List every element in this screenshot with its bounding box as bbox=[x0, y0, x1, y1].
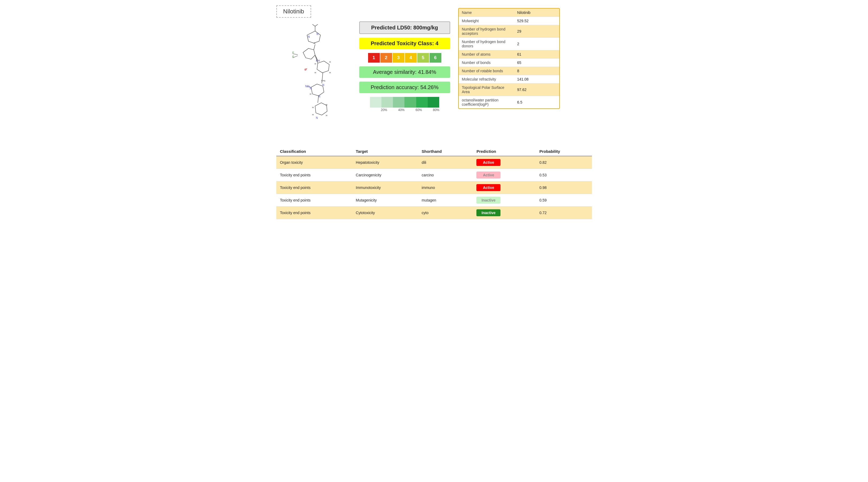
cell-probability: 0.59 bbox=[535, 194, 592, 207]
table-row: Toxicity end pointsCytotoxicitycytoInact… bbox=[276, 207, 592, 219]
tox-class-5: 5 bbox=[417, 53, 429, 63]
prop-label: Number of hydrogen bond acceptors bbox=[459, 25, 514, 38]
prop-label: Molweight bbox=[459, 17, 514, 25]
top-section: Nilotinib N N H bbox=[276, 5, 592, 136]
gradient-label: 40% bbox=[398, 108, 404, 112]
drug-name: Nilotinib bbox=[283, 8, 304, 15]
prop-label: Number of hydrogen bond donors bbox=[459, 38, 514, 50]
svg-text:H: H bbox=[310, 93, 311, 95]
gradient-segment-1 bbox=[381, 97, 393, 108]
cell-shorthand: dili bbox=[418, 156, 473, 169]
svg-text:H: H bbox=[326, 114, 328, 117]
prediction-badge: Inactive bbox=[476, 197, 500, 204]
svg-text:H: H bbox=[314, 42, 315, 44]
cell-classification: Toxicity end points bbox=[276, 169, 352, 181]
molecule-structure: N N H F F NH O bbox=[276, 23, 351, 136]
table-row: Toxicity end pointsImmunotoxicityimmunoA… bbox=[276, 181, 592, 194]
cell-prediction: Active bbox=[473, 181, 535, 194]
svg-text:H: H bbox=[315, 63, 316, 65]
table-row: Organ toxicityHepatotoxicitydiliActive0.… bbox=[276, 156, 592, 169]
prop-value: 141.08 bbox=[514, 75, 559, 84]
gradient-bar-container: 20%40%60%80% bbox=[359, 97, 450, 112]
svg-line-36 bbox=[314, 44, 315, 50]
gradient-labels: 20%40%60%80% bbox=[370, 108, 439, 112]
property-row: octanol/water partition coefficient(logP… bbox=[459, 96, 559, 109]
cell-target: Mutagenicity bbox=[352, 194, 418, 207]
accuracy-label: Prediction accuracy: 54.26% bbox=[371, 84, 438, 90]
prediction-badge: Active bbox=[476, 159, 500, 166]
gradient-label: 60% bbox=[415, 108, 422, 112]
accuracy-box: Prediction accuracy: 54.26% bbox=[359, 82, 450, 93]
prop-label: Name bbox=[459, 8, 514, 17]
cell-prediction: Active bbox=[473, 156, 535, 169]
svg-text:NH: NH bbox=[316, 59, 320, 62]
prop-value: 97.62 bbox=[514, 84, 559, 96]
tox-class-6: 6 bbox=[430, 53, 441, 63]
tox-class-3: 3 bbox=[393, 53, 404, 63]
svg-text:H: H bbox=[329, 61, 331, 63]
property-row: Number of atoms61 bbox=[459, 50, 559, 59]
cell-probability: 0.82 bbox=[535, 156, 592, 169]
cell-shorthand: carcino bbox=[418, 169, 473, 181]
prop-value: 29 bbox=[514, 25, 559, 38]
property-row: Number of rotable bonds8 bbox=[459, 67, 559, 75]
toxicity-class-label: Predicted Toxicity Class: 4 bbox=[371, 40, 438, 46]
gradient-segment-2 bbox=[393, 97, 404, 108]
svg-text:F: F bbox=[292, 55, 294, 58]
prediction-badge: Active bbox=[476, 172, 500, 179]
prop-value: 6.5 bbox=[514, 96, 559, 109]
svg-text:N: N bbox=[322, 84, 324, 86]
toxicity-class-box: Predicted Toxicity Class: 4 bbox=[359, 38, 450, 49]
cell-classification: Toxicity end points bbox=[276, 207, 352, 219]
property-row: Topological Polar Surface Area97.62 bbox=[459, 84, 559, 96]
table-header-row: Classification Target Shorthand Predicti… bbox=[276, 147, 592, 156]
tox-class-4: 4 bbox=[405, 53, 417, 63]
prop-value: 65 bbox=[514, 59, 559, 67]
toxicity-classes: 123456 bbox=[368, 53, 441, 63]
svg-text:N: N bbox=[308, 35, 310, 38]
cell-shorthand: cyto bbox=[418, 207, 473, 219]
molecule-area: Nilotinib N N H bbox=[276, 5, 351, 136]
table-row: Toxicity end pointsMutagenicitymutagenIn… bbox=[276, 194, 592, 207]
gradient-segment-5 bbox=[428, 97, 439, 108]
drug-name-box: Nilotinib bbox=[276, 5, 311, 18]
svg-text:NH₂: NH₂ bbox=[305, 85, 310, 88]
prop-label: Topological Polar Surface Area bbox=[459, 84, 514, 96]
gradient-segment-3 bbox=[404, 97, 416, 108]
cell-probability: 0.72 bbox=[535, 207, 592, 219]
svg-text:H: H bbox=[312, 114, 314, 116]
prop-label: Number of bonds bbox=[459, 59, 514, 67]
tox-class-2: 2 bbox=[380, 53, 392, 63]
svg-text:N: N bbox=[316, 116, 318, 119]
ld50-box: Predicted LD50: 800mg/kg bbox=[359, 22, 450, 34]
cell-classification: Toxicity end points bbox=[276, 181, 352, 194]
prop-value: 529.52 bbox=[514, 17, 559, 25]
prop-value: 8 bbox=[514, 67, 559, 75]
property-row: Number of hydrogen bond acceptors29 bbox=[459, 25, 559, 38]
prop-value: 2 bbox=[514, 38, 559, 50]
svg-marker-23 bbox=[311, 84, 324, 96]
properties-table: NameNilotinibMolweight529.52Number of hy… bbox=[459, 8, 559, 109]
property-row: NameNilotinib bbox=[459, 8, 559, 17]
col-shorthand: Shorthand bbox=[418, 147, 473, 156]
cell-target: Carcinogenicity bbox=[352, 169, 418, 181]
cell-target: Immunotoxicity bbox=[352, 181, 418, 194]
prop-value: 61 bbox=[514, 50, 559, 59]
cell-shorthand: mutagen bbox=[418, 194, 473, 207]
prop-label: Molecular refractivity bbox=[459, 75, 514, 84]
svg-text:H: H bbox=[312, 106, 314, 109]
cell-classification: Organ toxicity bbox=[276, 156, 352, 169]
ld50-label: Predicted LD50: 800mg/kg bbox=[371, 25, 438, 31]
col-classification: Classification bbox=[276, 147, 352, 156]
property-row: Number of bonds65 bbox=[459, 59, 559, 67]
cell-shorthand: immuno bbox=[418, 181, 473, 194]
prop-label: Number of rotable bonds bbox=[459, 67, 514, 75]
properties-table-container: NameNilotinibMolweight529.52Number of hy… bbox=[458, 8, 560, 109]
svg-line-2 bbox=[312, 24, 315, 26]
gradient-segment-0 bbox=[370, 97, 381, 108]
svg-line-3 bbox=[315, 24, 318, 26]
gradient-segment-4 bbox=[416, 97, 428, 108]
svg-text:H: H bbox=[326, 103, 328, 106]
gradient-label: 80% bbox=[433, 108, 439, 112]
svg-text:N: N bbox=[316, 33, 318, 36]
